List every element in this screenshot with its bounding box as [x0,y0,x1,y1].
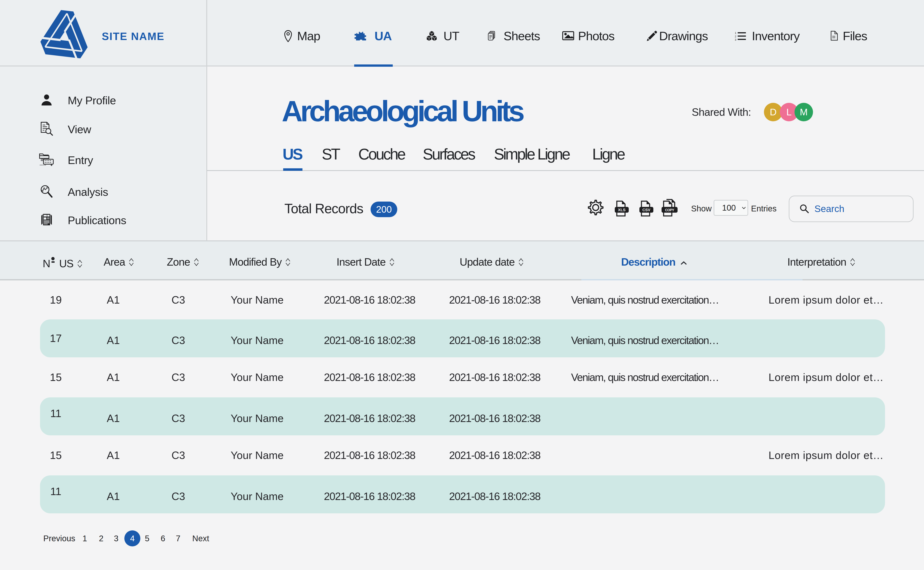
svg-text:2: 2 [735,35,736,38]
svg-text:CSV: CSV [642,208,650,212]
svg-text:1: 1 [735,31,736,34]
svg-text:XLS: XLS [618,208,626,212]
svg-text:3: 3 [735,38,736,41]
svg-text:COPY: COPY [665,208,675,212]
